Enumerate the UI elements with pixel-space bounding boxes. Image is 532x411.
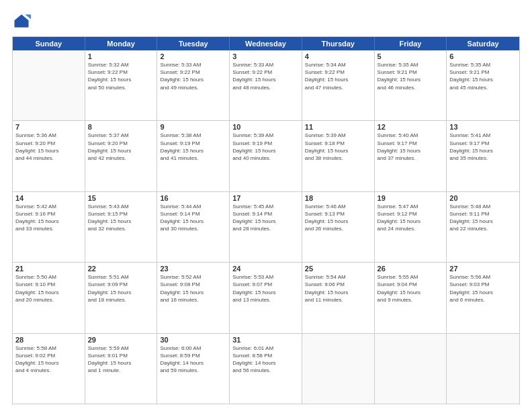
- day-number: 15: [88, 194, 154, 202]
- calendar-row-2: 7Sunrise: 5:36 AM Sunset: 9:20 PM Daylig…: [13, 121, 519, 191]
- calendar-cell-day-13: 13Sunrise: 5:41 AM Sunset: 9:17 PM Dayli…: [447, 121, 519, 191]
- day-number: 25: [305, 265, 371, 273]
- header-day-saturday: Saturday: [447, 37, 519, 50]
- day-number: 13: [449, 123, 517, 131]
- calendar-cell-day-24: 24Sunrise: 5:53 AM Sunset: 9:07 PM Dayli…: [230, 263, 302, 332]
- day-number: 26: [378, 265, 444, 273]
- calendar-cell-day-28: 28Sunrise: 5:58 AM Sunset: 9:02 PM Dayli…: [13, 334, 85, 404]
- day-info: Sunrise: 5:33 AM Sunset: 9:22 PM Dayligh…: [160, 61, 226, 91]
- calendar-cell-empty: [375, 334, 447, 404]
- calendar-cell-day-31: 31Sunrise: 6:01 AM Sunset: 8:58 PM Dayli…: [230, 334, 302, 404]
- day-number: 21: [15, 265, 82, 273]
- day-number: 9: [160, 123, 226, 131]
- day-number: 17: [232, 194, 299, 202]
- calendar-cell-day-22: 22Sunrise: 5:51 AM Sunset: 9:09 PM Dayli…: [85, 263, 158, 332]
- day-info: Sunrise: 5:39 AM Sunset: 9:18 PM Dayligh…: [305, 132, 371, 162]
- header-day-tuesday: Tuesday: [157, 37, 230, 50]
- day-info: Sunrise: 5:43 AM Sunset: 9:15 PM Dayligh…: [88, 203, 154, 233]
- calendar-row-5: 28Sunrise: 5:58 AM Sunset: 9:02 PM Dayli…: [13, 334, 519, 404]
- calendar-cell-day-4: 4Sunrise: 5:34 AM Sunset: 9:22 PM Daylig…: [302, 50, 375, 120]
- calendar-cell-day-20: 20Sunrise: 5:48 AM Sunset: 9:11 PM Dayli…: [447, 192, 519, 262]
- day-info: Sunrise: 5:51 AM Sunset: 9:09 PM Dayligh…: [88, 273, 154, 304]
- calendar-cell-day-1: 1Sunrise: 5:32 AM Sunset: 9:22 PM Daylig…: [85, 50, 158, 120]
- calendar-cell-day-7: 7Sunrise: 5:36 AM Sunset: 9:20 PM Daylig…: [13, 121, 85, 191]
- header-day-friday: Friday: [375, 37, 447, 50]
- day-info: Sunrise: 5:55 AM Sunset: 9:04 PM Dayligh…: [378, 273, 444, 304]
- day-number: 20: [449, 194, 517, 202]
- calendar-cell-day-18: 18Sunrise: 5:46 AM Sunset: 9:13 PM Dayli…: [302, 192, 375, 262]
- calendar-cell-empty: [447, 334, 519, 404]
- day-number: 30: [160, 336, 226, 344]
- calendar-cell-day-21: 21Sunrise: 5:50 AM Sunset: 9:10 PM Dayli…: [13, 263, 85, 332]
- day-number: 23: [160, 265, 226, 273]
- logo-icon: [12, 12, 31, 31]
- day-number: 2: [160, 52, 226, 60]
- day-info: Sunrise: 5:45 AM Sunset: 9:14 PM Dayligh…: [232, 203, 299, 233]
- day-info: Sunrise: 6:00 AM Sunset: 8:59 PM Dayligh…: [160, 345, 226, 375]
- day-info: Sunrise: 5:50 AM Sunset: 9:10 PM Dayligh…: [15, 273, 82, 304]
- day-number: 1: [88, 52, 154, 60]
- calendar-cell-day-25: 25Sunrise: 5:54 AM Sunset: 9:06 PM Dayli…: [302, 263, 375, 332]
- calendar-cell-day-27: 27Sunrise: 5:56 AM Sunset: 9:03 PM Dayli…: [447, 263, 519, 332]
- day-info: Sunrise: 5:36 AM Sunset: 9:20 PM Dayligh…: [15, 132, 82, 162]
- svg-marker-0: [15, 15, 29, 28]
- calendar-cell-day-15: 15Sunrise: 5:43 AM Sunset: 9:15 PM Dayli…: [85, 192, 158, 262]
- calendar-cell-day-6: 6Sunrise: 5:35 AM Sunset: 9:21 PM Daylig…: [447, 50, 519, 120]
- calendar-cell-day-19: 19Sunrise: 5:47 AM Sunset: 9:12 PM Dayli…: [375, 192, 447, 262]
- day-number: 31: [232, 336, 299, 344]
- calendar-cell-day-9: 9Sunrise: 5:38 AM Sunset: 9:19 PM Daylig…: [157, 121, 230, 191]
- day-number: 29: [88, 336, 154, 344]
- day-info: Sunrise: 5:48 AM Sunset: 9:11 PM Dayligh…: [449, 203, 517, 233]
- calendar-cell-day-14: 14Sunrise: 5:42 AM Sunset: 9:16 PM Dayli…: [13, 192, 85, 262]
- calendar-cell-day-30: 30Sunrise: 6:00 AM Sunset: 8:59 PM Dayli…: [157, 334, 230, 404]
- calendar-cell-day-10: 10Sunrise: 5:39 AM Sunset: 9:19 PM Dayli…: [230, 121, 302, 191]
- day-info: Sunrise: 5:35 AM Sunset: 9:21 PM Dayligh…: [378, 61, 444, 91]
- day-info: Sunrise: 5:37 AM Sunset: 9:20 PM Dayligh…: [88, 132, 154, 162]
- day-info: Sunrise: 5:47 AM Sunset: 9:12 PM Dayligh…: [378, 203, 444, 233]
- day-info: Sunrise: 5:46 AM Sunset: 9:13 PM Dayligh…: [305, 203, 371, 233]
- day-info: Sunrise: 5:32 AM Sunset: 9:22 PM Dayligh…: [88, 61, 154, 91]
- calendar-cell-day-2: 2Sunrise: 5:33 AM Sunset: 9:22 PM Daylig…: [157, 50, 230, 120]
- calendar-header: SundayMondayTuesdayWednesdayThursdayFrid…: [13, 37, 519, 50]
- day-info: Sunrise: 5:44 AM Sunset: 9:14 PM Dayligh…: [160, 203, 226, 233]
- day-info: Sunrise: 5:56 AM Sunset: 9:03 PM Dayligh…: [449, 273, 517, 304]
- header-day-monday: Monday: [85, 37, 158, 50]
- day-info: Sunrise: 5:53 AM Sunset: 9:07 PM Dayligh…: [232, 273, 299, 304]
- calendar-cell-day-17: 17Sunrise: 5:45 AM Sunset: 9:14 PM Dayli…: [230, 192, 302, 262]
- day-number: 8: [88, 123, 154, 131]
- day-number: 18: [305, 194, 371, 202]
- day-number: 16: [160, 194, 226, 202]
- calendar-cell-day-23: 23Sunrise: 5:52 AM Sunset: 9:08 PM Dayli…: [157, 263, 230, 332]
- calendar: SundayMondayTuesdayWednesdayThursdayFrid…: [12, 36, 520, 404]
- day-number: 24: [232, 265, 299, 273]
- day-info: Sunrise: 5:54 AM Sunset: 9:06 PM Dayligh…: [305, 273, 371, 304]
- header-day-sunday: Sunday: [13, 37, 85, 50]
- day-number: 5: [378, 52, 444, 60]
- day-number: 11: [305, 123, 371, 131]
- day-info: Sunrise: 5:52 AM Sunset: 9:08 PM Dayligh…: [160, 273, 226, 304]
- calendar-cell-day-26: 26Sunrise: 5:55 AM Sunset: 9:04 PM Dayli…: [375, 263, 447, 332]
- day-info: Sunrise: 5:59 AM Sunset: 9:01 PM Dayligh…: [88, 345, 154, 375]
- calendar-row-1: 1Sunrise: 5:32 AM Sunset: 9:22 PM Daylig…: [13, 50, 519, 121]
- day-info: Sunrise: 6:01 AM Sunset: 8:58 PM Dayligh…: [232, 345, 299, 375]
- page-header: [12, 12, 520, 31]
- day-number: 28: [15, 336, 82, 344]
- logo: [12, 12, 34, 31]
- day-info: Sunrise: 5:34 AM Sunset: 9:22 PM Dayligh…: [305, 61, 371, 91]
- day-number: 14: [15, 194, 82, 202]
- header-day-wednesday: Wednesday: [230, 37, 302, 50]
- day-number: 22: [88, 265, 154, 273]
- day-number: 12: [378, 123, 444, 131]
- day-info: Sunrise: 5:35 AM Sunset: 9:21 PM Dayligh…: [449, 61, 517, 91]
- calendar-cell-day-16: 16Sunrise: 5:44 AM Sunset: 9:14 PM Dayli…: [157, 192, 230, 262]
- calendar-cell-day-3: 3Sunrise: 5:33 AM Sunset: 9:22 PM Daylig…: [230, 50, 302, 120]
- day-info: Sunrise: 5:41 AM Sunset: 9:17 PM Dayligh…: [449, 132, 517, 162]
- calendar-cell-day-8: 8Sunrise: 5:37 AM Sunset: 9:20 PM Daylig…: [85, 121, 158, 191]
- day-info: Sunrise: 5:58 AM Sunset: 9:02 PM Dayligh…: [15, 345, 82, 375]
- day-number: 19: [378, 194, 444, 202]
- day-number: 7: [15, 123, 82, 131]
- day-info: Sunrise: 5:40 AM Sunset: 9:17 PM Dayligh…: [378, 132, 444, 162]
- day-number: 10: [232, 123, 299, 131]
- day-info: Sunrise: 5:39 AM Sunset: 9:19 PM Dayligh…: [232, 132, 299, 162]
- day-number: 27: [449, 265, 517, 273]
